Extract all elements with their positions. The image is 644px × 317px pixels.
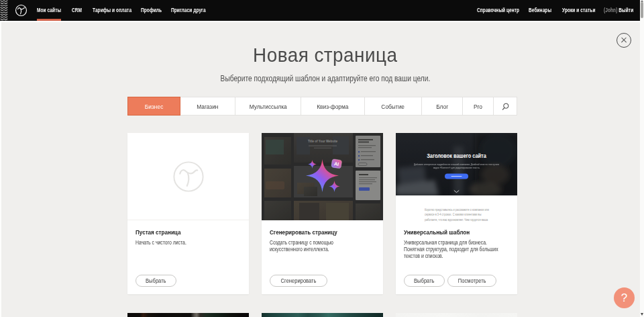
taplink-placeholder-logo-icon — [172, 161, 205, 193]
nav-my-sites[interactable]: Мои сайты — [37, 0, 61, 21]
preview-hero-title: Заголовок вашего сайта — [427, 152, 486, 159]
view-button[interactable]: Посмотреть — [447, 275, 496, 287]
card-title: Пустая страница — [136, 229, 180, 236]
scrollbar-down-arrow[interactable] — [641, 313, 643, 316]
tab-multilink[interactable]: Мультиссылка — [235, 97, 301, 116]
universal-template-preview: Заголовок вашего сайта Добавьте интересн… — [396, 133, 517, 223]
nav-webinars[interactable]: Вебинары — [529, 0, 551, 21]
nav-profile[interactable]: Профиль — [141, 0, 162, 21]
logout-label: Выйти — [619, 7, 633, 13]
search-icon — [502, 103, 509, 110]
card-title: Сгенерировать страницу — [270, 229, 337, 236]
blank-page-preview — [127, 133, 249, 220]
preview-about-paragraph: Коротко представьтесь и расскажите о ком… — [425, 208, 489, 223]
choose-button[interactable]: Выбрать — [136, 275, 176, 287]
ai-collage-preview: Title of Your Website — [262, 133, 383, 220]
tab-pro[interactable]: Pro — [463, 97, 494, 116]
left-edge-strip — [0, 22, 1, 317]
chevron-pattern-decoration — [0, 0, 8, 21]
template-card-universal[interactable]: Заголовок вашего сайта Добавьте интересн… — [396, 133, 517, 294]
preview-hero-caption-2: видео «Контент» для редактирования текст… — [433, 167, 480, 169]
tab-business[interactable]: Бизнес — [127, 97, 180, 116]
nav-invite-friend[interactable]: Пригласи друга — [171, 0, 206, 21]
tab-blog[interactable]: Блог — [422, 97, 463, 116]
top-navigation-bar: Мои сайты CRM Тарифы и оплата Профиль Пр… — [0, 0, 640, 21]
scrollbar-thumb[interactable] — [641, 2, 643, 18]
template-card-partial-3[interactable] — [396, 313, 517, 317]
svg-text:Коротко представьтесь и расска: Коротко представьтесь и расскажите о ком… — [425, 208, 489, 212]
card-description: Универсальная страница для бизнеса. Поня… — [404, 239, 506, 260]
page-title: Новая страница — [5, 44, 644, 66]
card-description: Создать страницу с помощью искусственног… — [270, 239, 350, 253]
tab-shop[interactable]: Магазин — [180, 97, 235, 116]
user-name: (John) — [604, 7, 617, 13]
nav-tariffs[interactable]: Тарифы и оплата — [93, 0, 131, 21]
card-description: Начать с чистого листа. — [136, 239, 216, 246]
page-subtitle: Выберите подходящий шаблон и адаптируйте… — [5, 74, 644, 83]
nav-lessons[interactable]: Уроки и статьи — [562, 0, 595, 21]
tab-search[interactable] — [494, 97, 517, 116]
tab-quiz-form[interactable]: Квиз-форма — [301, 97, 365, 116]
nav-logout[interactable]: (John) Выйти — [604, 0, 633, 21]
template-category-tabs: Бизнес Магазин Мультиссылка Квиз-форма С… — [127, 97, 517, 116]
card-title: Универсальный шаблон — [404, 229, 470, 236]
svg-text:работаете, что вас вдохновляет: работаете, что вас вдохновляет. Чем горд… — [425, 218, 488, 222]
header-hairline — [0, 21, 640, 22]
preview-hero-caption-1: Добавьте интересные подробности о вашей … — [414, 163, 499, 166]
generate-button[interactable]: Сгенерировать — [270, 275, 327, 287]
template-card-partial-2[interactable] — [262, 313, 383, 317]
nav-crm[interactable]: CRM — [72, 0, 82, 21]
template-card-generate-ai[interactable]: Title of Your Website — [262, 133, 383, 294]
choose-button[interactable]: Выбрать — [404, 275, 445, 287]
template-card-blank[interactable]: Пустая страница Начать с чистого листа. … — [127, 133, 249, 294]
help-button[interactable]: ? — [614, 287, 635, 308]
svg-text:сервисе в 3-4 строках. С каким: сервисе в 3-4 строках. С какими клиентам… — [425, 213, 481, 217]
page-scrollbar[interactable] — [640, 0, 644, 317]
taplink-logo-icon[interactable] — [15, 4, 28, 17]
tab-event[interactable]: Событие — [365, 97, 422, 116]
svg-text:AI: AI — [333, 161, 339, 167]
template-card-partial-1[interactable] — [127, 313, 249, 317]
ai-badge-icon: AI — [331, 158, 342, 169]
nav-help-center[interactable]: Справочный центр — [477, 0, 519, 21]
